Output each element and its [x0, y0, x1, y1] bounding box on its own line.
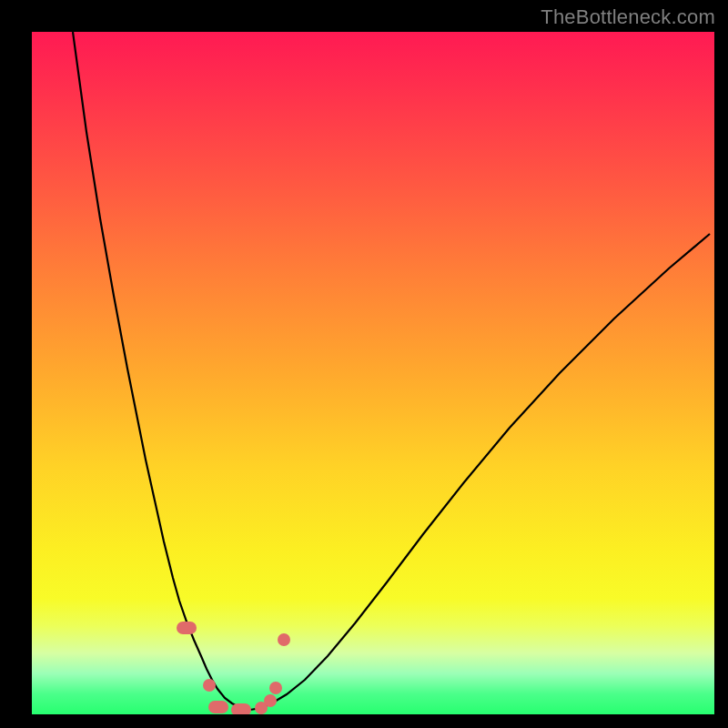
curve-marker	[269, 682, 282, 694]
curve-marker	[203, 679, 216, 692]
curve-marker	[278, 633, 290, 646]
plot-area	[32, 32, 714, 714]
curve-marker	[231, 703, 251, 714]
curve-marker	[177, 622, 197, 634]
curve-marker	[208, 701, 228, 713]
curve-marker	[264, 694, 277, 707]
chart-frame: TheBottleneck.com	[0, 0, 728, 728]
bottleneck-curve	[32, 32, 714, 714]
watermark-text: TheBottleneck.com	[541, 5, 715, 29]
